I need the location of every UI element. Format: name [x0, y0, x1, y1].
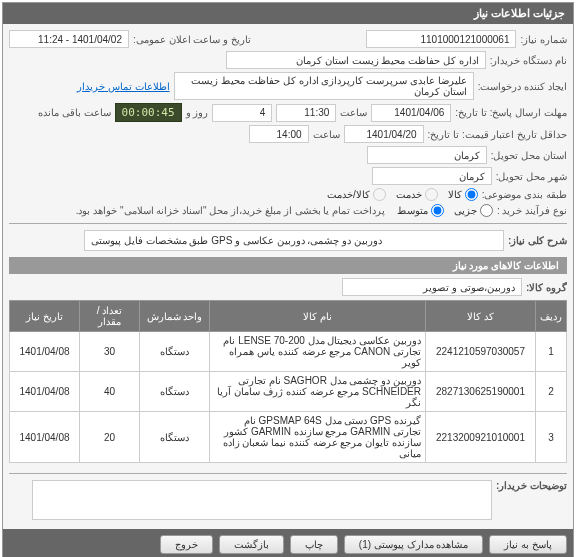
- city-value: کرمان: [372, 167, 492, 185]
- deadline-time: 11:30: [276, 104, 336, 122]
- process-label: نوع فرآیند خرید :: [497, 205, 567, 216]
- cell-code: 2241210597030057: [426, 332, 536, 372]
- radio-minor-input[interactable]: [480, 204, 493, 217]
- city-label: شهر محل تحویل:: [496, 171, 567, 182]
- category-radio-group: کالا خدمت کالا/خدمت: [327, 188, 478, 201]
- valid-until-label: حداقل تاریخ اعتبار قیمت: تا تاریخ:: [428, 129, 567, 140]
- province-label: استان محل تحویل:: [491, 150, 567, 161]
- radio-goods-label: کالا: [448, 189, 462, 200]
- cell-date: 1401/04/08: [10, 332, 80, 372]
- announce-label: تاریخ و ساعت اعلان عمومی:: [133, 34, 251, 45]
- cell-unit: دستگاه: [140, 372, 210, 412]
- exit-button[interactable]: خروج: [160, 535, 213, 554]
- details-panel: جزئیات اطلاعات نیاز شماره نیاز: 11010001…: [2, 2, 574, 557]
- remain-label: ساعت باقی مانده: [38, 107, 111, 118]
- cell-unit: دستگاه: [140, 412, 210, 463]
- need-no-value: 1101000121000061: [366, 30, 516, 48]
- cell-date: 1401/04/08: [10, 372, 80, 412]
- radio-minor-label: جزیی: [454, 205, 477, 216]
- panel-title: جزئیات اطلاعات نیاز: [3, 3, 573, 24]
- radio-both-input[interactable]: [373, 188, 386, 201]
- valid-date: 1401/04/20: [344, 125, 424, 143]
- goods-table: ردیف کد کالا نام کالا واحد شمارش تعداد /…: [9, 300, 567, 463]
- hour-label-2: ساعت: [313, 129, 340, 140]
- goods-group-label: گروه کالا:: [526, 282, 567, 293]
- table-row[interactable]: 32213200921010001گیرنده GPS دستی مدل GPS…: [10, 412, 567, 463]
- cell-qty: 40: [80, 372, 140, 412]
- cell-row: 1: [536, 332, 567, 372]
- table-header-row: ردیف کد کالا نام کالا واحد شمارش تعداد /…: [10, 301, 567, 332]
- back-button[interactable]: بازگشت: [219, 535, 284, 554]
- announce-value: 1401/04/02 - 11:24: [9, 30, 129, 48]
- goods-section-header: اطلاعات کالاهای مورد نیاز: [9, 257, 567, 274]
- cell-unit: دستگاه: [140, 332, 210, 372]
- contact-link[interactable]: اطلاعات تماس خریدار: [77, 81, 170, 92]
- radio-medium-input[interactable]: [431, 204, 444, 217]
- th-name: نام کالا: [210, 301, 426, 332]
- cell-date: 1401/04/08: [10, 412, 80, 463]
- desc-label: شرح کلی نیاز:: [508, 235, 567, 246]
- radio-service-input[interactable]: [425, 188, 438, 201]
- category-label: طبقه بندی موضوعی:: [482, 189, 567, 200]
- th-unit: واحد شمارش: [140, 301, 210, 332]
- th-code: کد کالا: [426, 301, 536, 332]
- cell-code: 2827130625190001: [426, 372, 536, 412]
- pay-note: پرداخت تمام یا بخشی از مبلغ خرید،از محل …: [76, 205, 385, 216]
- form-area: شماره نیاز: 1101000121000061 تاریخ و ساع…: [3, 24, 573, 529]
- desc-value: دوربین دو چشمی، دوربین عکاسی و GPS طبق م…: [84, 230, 504, 251]
- radio-both-label: کالا/خدمت: [327, 189, 370, 200]
- days-remain: 4: [212, 104, 272, 122]
- cell-name: دوربین عکاسی دیجیتال مدل LENSE 70-200 نا…: [210, 332, 426, 372]
- cell-qty: 30: [80, 332, 140, 372]
- dayhour-label: روز و: [186, 107, 209, 118]
- cell-qty: 20: [80, 412, 140, 463]
- table-row[interactable]: 22827130625190001دوربین دو چشمی مدل SAGH…: [10, 372, 567, 412]
- goods-group-value: دوربین،صوتی و تصویر: [342, 278, 522, 296]
- cell-name: دوربین دو چشمی مدل SAGHOR نام تجارتی SCH…: [210, 372, 426, 412]
- buyer-notes-box: [32, 480, 492, 520]
- radio-service[interactable]: خدمت: [396, 188, 438, 201]
- footer-bar: پاسخ به نیاز مشاهده مدارک پیوستی (1) چاپ…: [3, 529, 573, 557]
- attachments-button[interactable]: مشاهده مدارک پیوستی (1): [344, 535, 484, 554]
- radio-goods-input[interactable]: [465, 188, 478, 201]
- th-date: تاریخ نیاز: [10, 301, 80, 332]
- radio-service-label: خدمت: [396, 189, 422, 200]
- buyer-org-label: نام دستگاه خریدار:: [490, 55, 567, 66]
- process-radio-group: جزیی متوسط: [397, 204, 493, 217]
- cell-row: 3: [536, 412, 567, 463]
- buyer-org-value: اداره کل حفاظت محیط زیست استان کرمان: [226, 51, 486, 69]
- radio-goods[interactable]: کالا: [448, 188, 478, 201]
- th-row: ردیف: [536, 301, 567, 332]
- buyer-notes-label: توضیحات خریدار:: [496, 480, 567, 491]
- radio-minor[interactable]: جزیی: [454, 204, 493, 217]
- cell-row: 2: [536, 372, 567, 412]
- countdown-timer: 00:00:45: [115, 103, 182, 122]
- table-row[interactable]: 12241210597030057دوربین عکاسی دیجیتال مد…: [10, 332, 567, 372]
- province-value: کرمان: [367, 146, 487, 164]
- hour-label-1: ساعت: [340, 107, 367, 118]
- radio-medium-label: متوسط: [397, 205, 428, 216]
- creator-label: ایجاد کننده درخواست:: [478, 81, 567, 92]
- creator-value: علیرضا عابدی سرپرست کارپردازی اداره کل ح…: [174, 72, 474, 100]
- deadline-date: 1401/04/06: [371, 104, 451, 122]
- reply-button[interactable]: پاسخ به نیاز: [489, 535, 567, 554]
- need-no-label: شماره نیاز:: [520, 34, 567, 45]
- cell-code: 2213200921010001: [426, 412, 536, 463]
- print-button[interactable]: چاپ: [290, 535, 338, 554]
- valid-time: 14:00: [249, 125, 309, 143]
- radio-medium[interactable]: متوسط: [397, 204, 444, 217]
- th-qty: تعداد / مقدار: [80, 301, 140, 332]
- deadline-label: مهلت ارسال پاسخ: تا تاریخ:: [455, 107, 567, 118]
- radio-both[interactable]: کالا/خدمت: [327, 188, 386, 201]
- cell-name: گیرنده GPS دستی مدل GPSMAP 64S نام تجارت…: [210, 412, 426, 463]
